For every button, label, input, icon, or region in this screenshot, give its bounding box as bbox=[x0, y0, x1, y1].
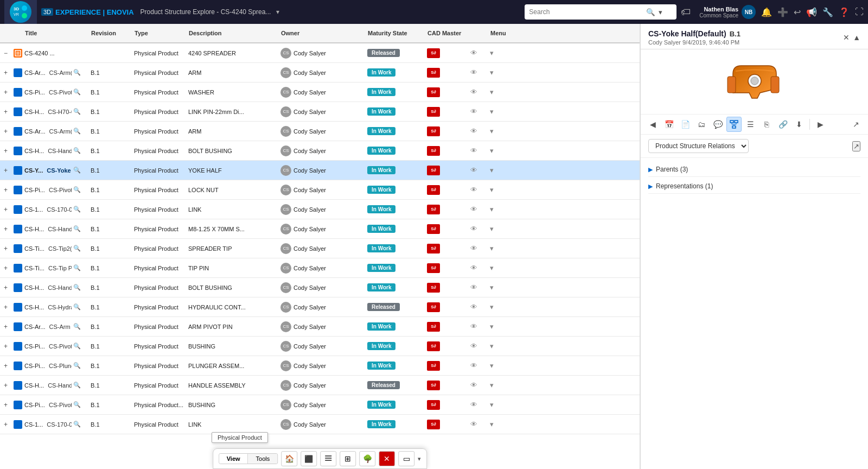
tools-button[interactable]: 🔧 bbox=[822, 7, 833, 17]
row-eye[interactable]: 👁 bbox=[469, 303, 488, 311]
table-row[interactable]: + CS-Ar... CS-Arm(Default).1 🔍 B.1 Physi… bbox=[0, 63, 640, 83]
table-row[interactable]: + CS-Ar... CS-Arm Pivot Pin(D... 🔍 B.1 P… bbox=[0, 317, 640, 337]
table-row[interactable]: + CS-Ti... CS-Tip2(Default).1 🔍 B.1 Phys… bbox=[0, 239, 640, 258]
table-row[interactable]: + CS-1... CS-170-012-011(De... 🔍 B.1 Phy… bbox=[0, 415, 640, 434]
row-eye[interactable]: 👁 bbox=[469, 205, 488, 213]
rp-toolbar-link[interactable]: 🔗 bbox=[775, 117, 790, 132]
row-eye[interactable]: 👁 bbox=[469, 49, 488, 57]
table-row[interactable]: + CS-H... CS-Handle Assembl... 🔍 B.1 Phy… bbox=[0, 376, 640, 395]
expand-btn[interactable]: − bbox=[2, 49, 12, 57]
panel-button[interactable]: ▭ bbox=[398, 451, 414, 466]
relation-type-dropdown[interactable]: Product Structure Relations bbox=[648, 139, 749, 153]
frame-button[interactable]: ⬛ bbox=[301, 451, 317, 466]
rp-section-parents-header[interactable]: ▶ Parents (3) bbox=[648, 162, 860, 177]
tab-tools[interactable]: Tools bbox=[248, 454, 278, 464]
row-chevron[interactable]: ▾ bbox=[488, 107, 508, 116]
row-chevron[interactable]: ▾ bbox=[488, 49, 508, 57]
row-eye[interactable]: 👁 bbox=[469, 362, 488, 370]
expand-btn[interactable]: + bbox=[2, 206, 12, 213]
table-row[interactable]: + CS-Pi... CS-Pivot Pin Bushi... 🔍 B.1 P… bbox=[0, 395, 640, 415]
expand-btn[interactable]: + bbox=[2, 303, 12, 311]
rp-section-representations-header[interactable]: ▶ Representations (1) bbox=[648, 179, 860, 194]
row-eye[interactable]: 👁 bbox=[469, 342, 488, 350]
row-eye[interactable]: 👁 bbox=[469, 127, 488, 135]
rp-toolbar-download[interactable]: ⬇ bbox=[792, 117, 807, 132]
rp-toolbar-doc[interactable]: 📄 bbox=[678, 117, 693, 132]
search-button[interactable]: 🔍 bbox=[646, 8, 655, 16]
row-eye[interactable]: 👁 bbox=[469, 420, 488, 428]
row-chevron[interactable]: ▾ bbox=[488, 283, 508, 291]
fullscreen-button[interactable]: ⛶ bbox=[855, 7, 864, 17]
row-chevron[interactable]: ▾ bbox=[488, 127, 508, 135]
share-button[interactable]: ↩ bbox=[794, 7, 801, 17]
row-eye[interactable]: 👁 bbox=[469, 186, 488, 194]
table-row[interactable]: + CS-H... CS-Handle mount b... 🔍 B.1 Phy… bbox=[0, 278, 640, 297]
table-row[interactable]: + CS-Ar... CS-Arm(Default).1 🔍 B.1 Physi… bbox=[0, 122, 640, 141]
row-chevron[interactable]: ▾ bbox=[488, 225, 508, 233]
search-dropdown-button[interactable]: ▾ bbox=[659, 8, 662, 16]
broadcast-button[interactable]: 📢 bbox=[806, 7, 817, 17]
row-eye[interactable]: 👁 bbox=[469, 107, 488, 116]
table-row-selected[interactable]: + CS-Y... CS-Yoke Half(Defau... 🔍 B.1 Ph… bbox=[0, 161, 640, 180]
table-row[interactable]: − CS-4240 ... Physical Product 4240 SPRE… bbox=[0, 43, 640, 63]
table-row[interactable]: + CS-1... CS-170-012-011(De... 🔍 B.1 Phy… bbox=[0, 200, 640, 219]
row-chevron[interactable]: ▾ bbox=[488, 342, 508, 350]
rp-close-button[interactable]: ✕ bbox=[843, 33, 850, 42]
row-eye[interactable]: 👁 bbox=[469, 244, 488, 252]
expand-btn[interactable]: + bbox=[2, 128, 12, 135]
search-input[interactable] bbox=[529, 8, 643, 16]
expand-btn[interactable]: + bbox=[2, 147, 12, 155]
table-row[interactable]: + CS-H... CS-Hydraulic Contr... 🔍 B.1 Ph… bbox=[0, 297, 640, 317]
row-chevron[interactable]: ▾ bbox=[488, 303, 508, 311]
row-chevron[interactable]: ▾ bbox=[488, 147, 508, 155]
row-eye[interactable]: 👁 bbox=[469, 283, 488, 291]
tree-button[interactable]: 🌳 bbox=[359, 451, 375, 466]
notifications-button[interactable]: 🔔 bbox=[761, 7, 772, 17]
rp-toolbar-chat[interactable]: 💬 bbox=[710, 117, 725, 132]
expand-btn[interactable]: + bbox=[2, 225, 12, 233]
row-chevron[interactable]: ▾ bbox=[488, 186, 508, 194]
rp-toolbar-copy[interactable]: ⎘ bbox=[759, 117, 774, 132]
expand-btn[interactable]: + bbox=[2, 323, 12, 331]
rp-toolbar-more[interactable]: ▶ bbox=[813, 117, 828, 132]
expand-btn[interactable]: + bbox=[2, 108, 12, 116]
row-chevron[interactable]: ▾ bbox=[488, 264, 508, 272]
row-eye[interactable]: 👁 bbox=[469, 264, 488, 272]
table-row[interactable]: + CS-Pi... CS-Pivot Pin Wash... 🔍 B.1 Ph… bbox=[0, 83, 640, 102]
row-eye[interactable]: 👁 bbox=[469, 147, 488, 155]
add-button[interactable]: ➕ bbox=[777, 7, 788, 17]
table-row[interactable]: + CS-H... CS-H70-035-541(2... 🔍 B.1 Phys… bbox=[0, 102, 640, 122]
rp-expand-button[interactable]: ↗ bbox=[852, 141, 860, 151]
rp-toolbar-back[interactable]: ◀ bbox=[645, 117, 660, 132]
expand-btn[interactable]: + bbox=[2, 264, 12, 272]
row-eye[interactable]: 👁 bbox=[469, 401, 488, 409]
expand-btn[interactable]: + bbox=[2, 284, 12, 291]
rp-collapse-button[interactable]: ▲ bbox=[853, 33, 860, 42]
row-chevron[interactable]: ▾ bbox=[488, 205, 508, 213]
rp-toolbar-structure[interactable] bbox=[726, 117, 742, 132]
table-row[interactable]: + CS-H... CS-Handle Mountin... 🔍 B.1 Phy… bbox=[0, 219, 640, 239]
row-chevron[interactable]: ▾ bbox=[488, 322, 508, 331]
row-chevron[interactable]: ▾ bbox=[488, 362, 508, 370]
close-toolbar-button[interactable]: ✕ bbox=[379, 451, 395, 466]
row-chevron[interactable]: ▾ bbox=[488, 420, 508, 428]
row-chevron[interactable]: ▾ bbox=[488, 401, 508, 409]
expand-btn[interactable]: + bbox=[2, 382, 12, 389]
table-row[interactable]: + CS-Ti... CS-Tip Pin(Default).1 🔍 B.1 P… bbox=[0, 258, 640, 278]
layers-button[interactable] bbox=[320, 451, 336, 466]
row-chevron[interactable]: ▾ bbox=[488, 166, 508, 174]
row-eye[interactable]: 👁 bbox=[469, 322, 488, 331]
table-row[interactable]: + CS-H... CS-Handle mount b... 🔍 B.1 Phy… bbox=[0, 141, 640, 161]
row-eye[interactable]: 👁 bbox=[469, 225, 488, 233]
row-chevron[interactable]: ▾ bbox=[488, 381, 508, 389]
table-row[interactable]: + CS-Pi... CS-Pivot Pin Bushi... 🔍 B.1 P… bbox=[0, 337, 640, 356]
row-eye[interactable]: 👁 bbox=[469, 88, 488, 96]
user-avatar[interactable]: NB bbox=[742, 5, 756, 19]
expand-btn[interactable]: + bbox=[2, 401, 12, 409]
row-chevron[interactable]: ▾ bbox=[488, 244, 508, 252]
row-eye[interactable]: 👁 bbox=[469, 381, 488, 389]
home-button[interactable]: 🏠 bbox=[281, 451, 297, 466]
table-row[interactable]: + CS-Pi... CS-Plunger Assem... 🔍 B.1 Phy… bbox=[0, 356, 640, 376]
app-launcher[interactable]: 3D VR bbox=[4, 0, 37, 24]
expand-btn[interactable]: + bbox=[2, 362, 12, 370]
